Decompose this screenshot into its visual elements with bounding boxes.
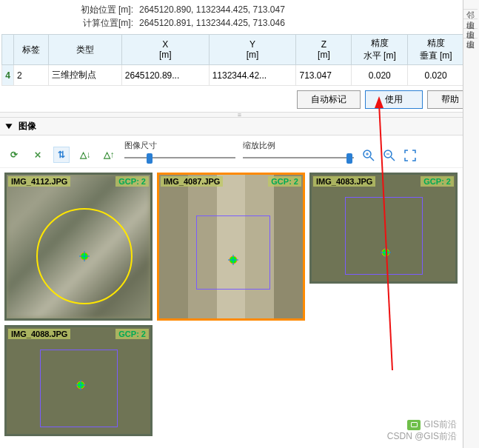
sidebar-item[interactable]: 山坡 — [463, 10, 478, 19]
sort-asc-icon[interactable]: △↓ — [77, 147, 93, 163]
thumbnail[interactable]: IMG_4087.JPG GCP: 2 — [157, 173, 305, 321]
watermark: GIS前沿 CSDN @GIS前沿 — [387, 418, 457, 442]
button-row: 自动标记 使用 帮助 — [0, 86, 479, 112]
thumb-filename: IMG_4087.JPG — [161, 176, 223, 187]
col-acc-v[interactable]: 精度 垂直 [m] — [408, 35, 464, 65]
zoom-slider[interactable] — [243, 153, 354, 163]
selection-box — [196, 215, 270, 290]
col-x[interactable]: X [m] — [121, 35, 209, 65]
thumb-gcp-badge: GCP: 2 — [115, 329, 149, 339]
thumb-filename: IMG_4112.JPG — [8, 176, 70, 187]
sidebar-item[interactable]: 山坡 — [463, 19, 478, 29]
svg-line-1 — [370, 157, 374, 161]
cell-type[interactable]: 三维控制点 — [49, 65, 122, 86]
link-icon[interactable]: ⟳ — [6, 147, 22, 163]
cell-y[interactable]: 1132344.42... — [209, 65, 296, 86]
sidebar-item[interactable]: 邻 — [463, 0, 478, 10]
position-info: 初始位置 [m]: 2645120.890, 1132344.425, 713.… — [0, 0, 479, 33]
marker-icon[interactable] — [381, 247, 391, 258]
thumb-gcp-badge: GCP: 2 — [421, 176, 454, 187]
marker-icon[interactable] — [228, 255, 238, 265]
zoom-label: 缩放比例 — [243, 140, 354, 151]
cell-x[interactable]: 2645120.89... — [121, 65, 209, 86]
cell-acc-h[interactable]: 0.020 — [352, 65, 408, 86]
cell-label[interactable]: 2 — [14, 65, 49, 86]
auto-mark-button[interactable]: 自动标记 — [297, 90, 361, 109]
sort-desc-icon[interactable]: △↑ — [101, 147, 117, 163]
col-y[interactable]: Y [m] — [209, 35, 296, 65]
image-size-label: 图像尺寸 — [124, 140, 235, 151]
thumbnail[interactable]: IMG_4112.JPG GCP: 2 — [4, 173, 153, 321]
col-type[interactable]: 类型 — [49, 35, 122, 65]
wechat-icon — [407, 420, 421, 430]
image-toolbar: ⟳ ⤫ ⇅ △↓ △↑ 图像尺寸 缩放比例 — [0, 136, 479, 168]
corner-header — [2, 35, 14, 65]
table-row[interactable]: 4 2 三维控制点 2645120.89... 1132344.42... 71… — [2, 65, 464, 86]
cell-acc-v[interactable]: 0.020 — [408, 65, 464, 86]
unlink-icon[interactable]: ⤫ — [30, 147, 46, 163]
col-z[interactable]: Z [m] — [296, 35, 352, 65]
svg-line-5 — [391, 157, 395, 161]
splitter[interactable]: ≡ — [0, 112, 479, 118]
computed-pos-label: 计算位置[m]: — [74, 16, 133, 30]
col-acc-h[interactable]: 精度 水平 [m] — [352, 35, 408, 65]
thumb-gcp-badge: GCP: 2 — [115, 176, 149, 187]
thumb-gcp-badge: GCP: 2 — [268, 176, 301, 187]
gcp-table: 标签 类型 X [m] Y [m] Z [m] 精度 水平 [m] 精度 垂直 … — [1, 34, 464, 86]
use-button[interactable]: 使用 — [365, 90, 423, 109]
thumbnail[interactable]: IMG_4088.JPG GCP: 2 — [4, 325, 153, 436]
cell-z[interactable]: 713.047 — [296, 65, 352, 86]
computed-pos-value: 2645120.891, 1132344.425, 713.046 — [139, 16, 285, 30]
thumb-filename: IMG_4083.JPG — [313, 176, 375, 187]
sort-name-icon[interactable]: ⇅ — [53, 147, 70, 163]
thumbnail[interactable]: IMG_4083.JPG GCP: 2 — [309, 173, 458, 284]
zoom-out-icon[interactable] — [382, 148, 397, 163]
row-number: 4 — [2, 65, 14, 86]
image-grid: IMG_4112.JPG GCP: 2 IMG_4087.JPG GCP: 2 … — [0, 168, 479, 441]
initial-pos-value: 2645120.890, 1132344.425, 713.047 — [139, 3, 285, 16]
zoom-in-icon[interactable] — [361, 148, 376, 163]
panel-title: 图像 — [19, 121, 36, 131]
collapse-icon: ▼ — [3, 121, 14, 131]
col-label[interactable]: 标签 — [14, 35, 49, 65]
initial-pos-label: 初始位置 [m]: — [74, 3, 133, 16]
marker-icon[interactable] — [76, 380, 86, 390]
image-size-slider[interactable] — [124, 153, 235, 163]
image-panel-header[interactable]: ▼ 图像 — [0, 118, 479, 136]
thumb-filename: IMG_4088.JPG — [8, 329, 70, 339]
marker-icon[interactable] — [79, 251, 90, 261]
fit-icon[interactable] — [403, 148, 418, 163]
sidebar-item[interactable]: 山坡 — [463, 29, 478, 39]
right-sidebar: 邻 山坡 山坡 山坡 — [463, 0, 479, 448]
selection-box — [345, 197, 423, 275]
